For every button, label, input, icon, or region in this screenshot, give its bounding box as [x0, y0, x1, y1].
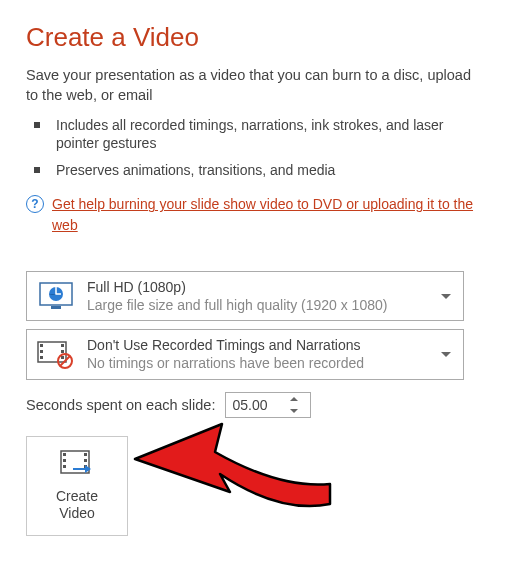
svg-rect-6: [40, 356, 43, 359]
seconds-input[interactable]: [226, 393, 286, 417]
help-row: ? Get help burning your slide show video…: [26, 194, 479, 235]
svg-rect-4: [40, 344, 43, 347]
feature-item: Includes all recorded timings, narration…: [34, 116, 479, 154]
spinner-up-icon[interactable]: [286, 393, 302, 405]
svg-rect-1: [51, 306, 61, 309]
video-export-icon: [59, 449, 95, 482]
quality-subtitle: Large file size and full high quality (1…: [87, 296, 437, 314]
svg-rect-5: [40, 350, 43, 353]
seconds-label: Seconds spent on each slide:: [26, 397, 215, 413]
create-video-label: Create Video: [56, 488, 98, 523]
svg-rect-8: [61, 350, 64, 353]
seconds-row: Seconds spent on each slide:: [26, 392, 479, 418]
chevron-down-icon: [441, 294, 451, 299]
quality-title: Full HD (1080p): [87, 278, 437, 296]
help-icon: ?: [26, 195, 44, 213]
svg-rect-14: [63, 459, 66, 462]
spinner-down-icon[interactable]: [286, 405, 302, 417]
monitor-icon: [35, 280, 77, 312]
chevron-down-icon: [441, 352, 451, 357]
feature-item: Preserves animations, transitions, and m…: [34, 161, 479, 180]
film-no-icon: [35, 338, 77, 370]
create-video-button[interactable]: Create Video: [26, 436, 128, 536]
svg-rect-16: [84, 453, 87, 456]
timings-subtitle: No timings or narrations have been recor…: [87, 354, 437, 372]
page-title: Create a Video: [26, 22, 479, 53]
timings-dropdown[interactable]: Don't Use Recorded Timings and Narration…: [26, 329, 464, 379]
svg-rect-15: [63, 465, 66, 468]
annotation-arrow-icon: [130, 414, 340, 524]
svg-rect-9: [61, 356, 64, 359]
svg-rect-17: [84, 459, 87, 462]
feature-list: Includes all recorded timings, narration…: [34, 116, 479, 181]
quality-dropdown[interactable]: Full HD (1080p) Large file size and full…: [26, 271, 464, 321]
svg-rect-7: [61, 344, 64, 347]
svg-rect-13: [63, 453, 66, 456]
help-link[interactable]: Get help burning your slide show video t…: [52, 194, 479, 235]
timings-title: Don't Use Recorded Timings and Narration…: [87, 336, 437, 354]
page-subtitle: Save your presentation as a video that y…: [26, 65, 479, 106]
seconds-spinner[interactable]: [225, 392, 311, 418]
